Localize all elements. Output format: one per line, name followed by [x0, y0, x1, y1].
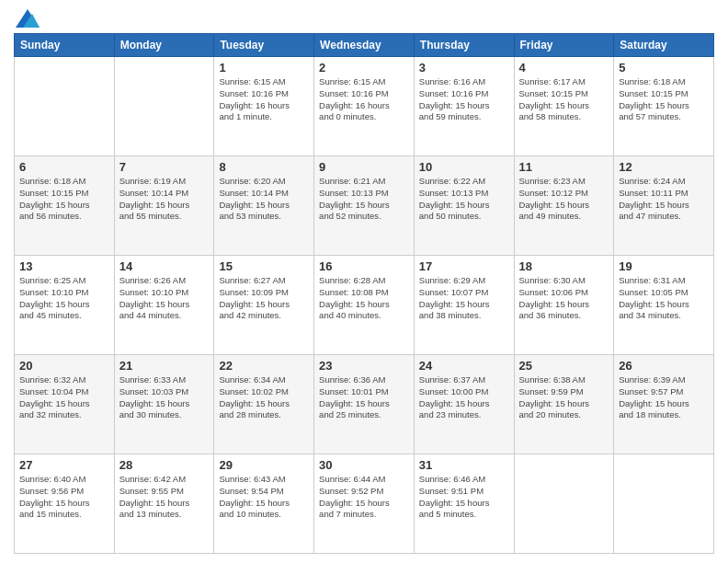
day-info: Sunrise: 6:26 AM Sunset: 10:10 PM Daylig…	[119, 275, 210, 322]
day-number: 29	[219, 458, 309, 472]
week-row-5: 27Sunrise: 6:40 AM Sunset: 9:56 PM Dayli…	[15, 454, 714, 554]
day-info: Sunrise: 6:28 AM Sunset: 10:08 PM Daylig…	[319, 275, 409, 322]
day-number: 2	[319, 61, 409, 75]
day-number: 9	[319, 160, 409, 174]
day-cell: 17Sunrise: 6:29 AM Sunset: 10:07 PM Dayl…	[414, 256, 514, 355]
day-number: 17	[419, 259, 509, 273]
day-cell	[614, 454, 714, 554]
day-info: Sunrise: 6:16 AM Sunset: 10:16 PM Daylig…	[419, 76, 509, 123]
day-cell: 15Sunrise: 6:27 AM Sunset: 10:09 PM Dayl…	[214, 256, 314, 355]
day-cell: 12Sunrise: 6:24 AM Sunset: 10:11 PM Dayl…	[614, 156, 714, 256]
week-row-2: 6Sunrise: 6:18 AM Sunset: 10:15 PM Dayli…	[15, 156, 714, 256]
weekday-header-sunday: Sunday	[15, 34, 115, 57]
day-info: Sunrise: 6:31 AM Sunset: 10:05 PM Daylig…	[619, 275, 709, 322]
day-cell: 22Sunrise: 6:34 AM Sunset: 10:02 PM Dayl…	[214, 355, 314, 454]
weekday-header-wednesday: Wednesday	[314, 34, 415, 57]
day-cell: 18Sunrise: 6:30 AM Sunset: 10:06 PM Dayl…	[514, 256, 614, 355]
day-cell: 19Sunrise: 6:31 AM Sunset: 10:05 PM Dayl…	[614, 256, 714, 355]
week-row-3: 13Sunrise: 6:25 AM Sunset: 10:10 PM Dayl…	[15, 256, 714, 355]
day-info: Sunrise: 6:27 AM Sunset: 10:09 PM Daylig…	[219, 275, 309, 322]
day-info: Sunrise: 6:17 AM Sunset: 10:15 PM Daylig…	[519, 76, 609, 123]
day-number: 13	[19, 259, 109, 273]
day-cell: 28Sunrise: 6:42 AM Sunset: 9:55 PM Dayli…	[114, 454, 214, 554]
day-number: 8	[219, 160, 309, 174]
day-number: 28	[119, 458, 210, 472]
logo-icon	[16, 9, 40, 28]
day-info: Sunrise: 6:39 AM Sunset: 9:57 PM Dayligh…	[619, 374, 709, 421]
day-cell: 3Sunrise: 6:16 AM Sunset: 10:16 PM Dayli…	[414, 57, 514, 156]
week-row-1: 1Sunrise: 6:15 AM Sunset: 10:16 PM Dayli…	[15, 57, 714, 156]
header	[14, 9, 714, 28]
day-number: 16	[319, 259, 409, 273]
day-info: Sunrise: 6:15 AM Sunset: 10:16 PM Daylig…	[319, 76, 409, 123]
day-number: 11	[519, 160, 609, 174]
day-cell	[514, 454, 614, 554]
day-number: 6	[19, 160, 109, 174]
day-number: 4	[519, 61, 609, 75]
day-number: 20	[19, 359, 109, 373]
day-cell: 6Sunrise: 6:18 AM Sunset: 10:15 PM Dayli…	[15, 156, 115, 256]
day-cell: 14Sunrise: 6:26 AM Sunset: 10:10 PM Dayl…	[114, 256, 214, 355]
day-cell: 26Sunrise: 6:39 AM Sunset: 9:57 PM Dayli…	[614, 355, 714, 454]
day-info: Sunrise: 6:22 AM Sunset: 10:13 PM Daylig…	[419, 176, 509, 223]
day-cell: 10Sunrise: 6:22 AM Sunset: 10:13 PM Dayl…	[414, 156, 514, 256]
day-info: Sunrise: 6:21 AM Sunset: 10:13 PM Daylig…	[319, 176, 409, 223]
day-info: Sunrise: 6:40 AM Sunset: 9:56 PM Dayligh…	[19, 474, 109, 521]
day-cell: 23Sunrise: 6:36 AM Sunset: 10:01 PM Dayl…	[314, 355, 415, 454]
day-cell: 31Sunrise: 6:46 AM Sunset: 9:51 PM Dayli…	[414, 454, 514, 554]
day-cell: 16Sunrise: 6:28 AM Sunset: 10:08 PM Dayl…	[314, 256, 415, 355]
day-cell: 4Sunrise: 6:17 AM Sunset: 10:15 PM Dayli…	[514, 57, 614, 156]
week-row-4: 20Sunrise: 6:32 AM Sunset: 10:04 PM Dayl…	[15, 355, 714, 454]
day-info: Sunrise: 6:23 AM Sunset: 10:12 PM Daylig…	[519, 176, 609, 223]
weekday-header-friday: Friday	[514, 34, 614, 57]
day-number: 12	[619, 160, 709, 174]
day-number: 3	[419, 61, 509, 75]
day-info: Sunrise: 6:20 AM Sunset: 10:14 PM Daylig…	[219, 176, 309, 223]
day-info: Sunrise: 6:38 AM Sunset: 9:59 PM Dayligh…	[519, 374, 609, 421]
day-info: Sunrise: 6:34 AM Sunset: 10:02 PM Daylig…	[219, 374, 309, 421]
day-number: 15	[219, 259, 309, 273]
day-cell: 9Sunrise: 6:21 AM Sunset: 10:13 PM Dayli…	[314, 156, 415, 256]
day-number: 19	[619, 259, 709, 273]
day-number: 25	[519, 359, 609, 373]
day-number: 14	[119, 259, 210, 273]
weekday-header-thursday: Thursday	[414, 34, 514, 57]
day-cell: 1Sunrise: 6:15 AM Sunset: 10:16 PM Dayli…	[214, 57, 314, 156]
day-info: Sunrise: 6:36 AM Sunset: 10:01 PM Daylig…	[319, 374, 409, 421]
day-info: Sunrise: 6:43 AM Sunset: 9:54 PM Dayligh…	[219, 474, 309, 521]
calendar-table: SundayMondayTuesdayWednesdayThursdayFrid…	[14, 33, 714, 554]
day-number: 21	[119, 359, 210, 373]
day-info: Sunrise: 6:19 AM Sunset: 10:14 PM Daylig…	[119, 176, 210, 223]
day-info: Sunrise: 6:25 AM Sunset: 10:10 PM Daylig…	[19, 275, 109, 322]
day-cell: 7Sunrise: 6:19 AM Sunset: 10:14 PM Dayli…	[114, 156, 214, 256]
day-info: Sunrise: 6:15 AM Sunset: 10:16 PM Daylig…	[219, 76, 309, 123]
day-number: 22	[219, 359, 309, 373]
page: SundayMondayTuesdayWednesdayThursdayFrid…	[0, 0, 728, 563]
day-cell: 21Sunrise: 6:33 AM Sunset: 10:03 PM Dayl…	[114, 355, 214, 454]
weekday-header-tuesday: Tuesday	[214, 34, 314, 57]
day-cell: 8Sunrise: 6:20 AM Sunset: 10:14 PM Dayli…	[214, 156, 314, 256]
day-info: Sunrise: 6:44 AM Sunset: 9:52 PM Dayligh…	[319, 474, 409, 521]
day-cell: 2Sunrise: 6:15 AM Sunset: 10:16 PM Dayli…	[314, 57, 415, 156]
day-number: 7	[119, 160, 210, 174]
day-info: Sunrise: 6:30 AM Sunset: 10:06 PM Daylig…	[519, 275, 609, 322]
day-info: Sunrise: 6:18 AM Sunset: 10:15 PM Daylig…	[19, 176, 109, 223]
day-number: 1	[219, 61, 309, 75]
day-info: Sunrise: 6:33 AM Sunset: 10:03 PM Daylig…	[119, 374, 210, 421]
day-number: 18	[519, 259, 609, 273]
day-cell: 13Sunrise: 6:25 AM Sunset: 10:10 PM Dayl…	[15, 256, 115, 355]
day-cell: 29Sunrise: 6:43 AM Sunset: 9:54 PM Dayli…	[214, 454, 314, 554]
day-cell	[15, 57, 115, 156]
day-number: 10	[419, 160, 509, 174]
day-cell: 24Sunrise: 6:37 AM Sunset: 10:00 PM Dayl…	[414, 355, 514, 454]
day-info: Sunrise: 6:18 AM Sunset: 10:15 PM Daylig…	[619, 76, 709, 123]
day-info: Sunrise: 6:42 AM Sunset: 9:55 PM Dayligh…	[119, 474, 210, 521]
day-cell: 25Sunrise: 6:38 AM Sunset: 9:59 PM Dayli…	[514, 355, 614, 454]
weekday-header-row: SundayMondayTuesdayWednesdayThursdayFrid…	[15, 34, 714, 57]
day-cell: 5Sunrise: 6:18 AM Sunset: 10:15 PM Dayli…	[614, 57, 714, 156]
day-number: 31	[419, 458, 509, 472]
day-info: Sunrise: 6:24 AM Sunset: 10:11 PM Daylig…	[619, 176, 709, 223]
day-info: Sunrise: 6:46 AM Sunset: 9:51 PM Dayligh…	[419, 474, 509, 521]
day-number: 23	[319, 359, 409, 373]
day-info: Sunrise: 6:37 AM Sunset: 10:00 PM Daylig…	[419, 374, 509, 421]
